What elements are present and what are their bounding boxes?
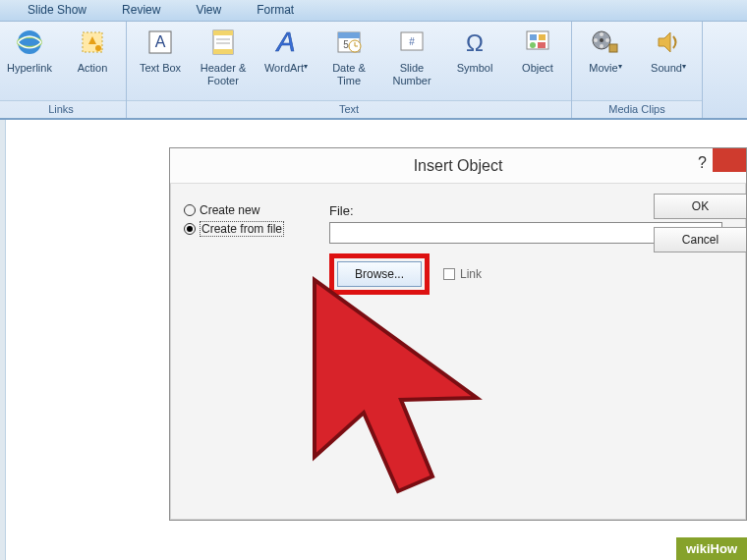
- wordart-icon: A: [269, 26, 303, 59]
- group-text: A Text Box Header & Footer A WordArt▾ 5 …: [127, 22, 572, 118]
- globe-icon: [13, 26, 46, 59]
- movie-button[interactable]: Movie▾: [578, 26, 633, 87]
- datetime-button[interactable]: 5 Date & Time: [321, 26, 376, 87]
- action-button[interactable]: Action: [65, 26, 120, 87]
- sound-button[interactable]: Sound▾: [641, 26, 696, 87]
- svg-rect-23: [539, 34, 546, 40]
- group-media: Movie▾ Sound▾ Media Clips: [572, 22, 703, 118]
- dropdown-icon: ▾: [682, 62, 686, 71]
- radio-create-from-file[interactable]: Create from file: [184, 221, 321, 237]
- slide-panel-edge: [0, 120, 6, 560]
- svg-text:A: A: [275, 27, 296, 57]
- speaker-icon: [652, 26, 685, 59]
- slidenumber-button[interactable]: # Slide Number: [384, 26, 439, 87]
- group-links-title: Links: [0, 100, 126, 118]
- group-links: Hyperlink Action Links: [0, 22, 127, 118]
- cancel-button[interactable]: Cancel: [654, 227, 746, 252]
- svg-rect-8: [213, 49, 233, 54]
- calendar-icon: 5: [332, 26, 366, 59]
- svg-text:A: A: [155, 33, 166, 50]
- svg-rect-7: [213, 30, 233, 35]
- textbox-button[interactable]: A Text Box: [133, 26, 188, 87]
- svg-text:#: #: [409, 36, 415, 47]
- film-icon: [589, 26, 622, 59]
- dialog-title: Insert Object ?: [170, 148, 746, 184]
- svg-text:5: 5: [343, 39, 349, 50]
- group-text-title: Text: [127, 100, 571, 118]
- svg-text:Ω: Ω: [466, 29, 484, 56]
- object-icon: [521, 26, 554, 59]
- svg-rect-22: [530, 34, 537, 40]
- help-button[interactable]: ?: [698, 154, 707, 172]
- wikihow-badge: wikiHow: [676, 537, 747, 560]
- textbox-icon: A: [144, 26, 177, 59]
- svg-rect-13: [338, 32, 360, 38]
- svg-point-24: [530, 42, 536, 48]
- svg-rect-32: [609, 44, 617, 52]
- ribbon: Hyperlink Action Links A Text Box Header…: [0, 22, 747, 120]
- omega-icon: Ω: [458, 26, 491, 59]
- svg-point-29: [605, 38, 609, 42]
- radio-create-new[interactable]: Create new: [184, 203, 321, 217]
- svg-point-3: [95, 45, 101, 51]
- dropdown-icon: ▾: [304, 62, 308, 71]
- svg-point-28: [600, 32, 603, 36]
- tab-view[interactable]: View: [178, 0, 239, 21]
- dropdown-icon: ▾: [618, 62, 622, 71]
- close-button[interactable]: [713, 148, 746, 172]
- hyperlink-button[interactable]: Hyperlink: [2, 26, 57, 87]
- annotation-cursor-icon: [285, 270, 521, 526]
- ok-button[interactable]: OK: [654, 194, 746, 219]
- svg-point-31: [594, 38, 598, 42]
- svg-point-27: [600, 38, 603, 42]
- header-footer-icon: [206, 26, 240, 59]
- header-footer-button[interactable]: Header & Footer: [196, 26, 251, 87]
- action-icon: [76, 26, 109, 59]
- tab-format[interactable]: Format: [239, 0, 312, 21]
- ribbon-tabs: Slide Show Review View Format: [0, 0, 747, 22]
- svg-point-30: [600, 44, 603, 48]
- symbol-button[interactable]: Ω Symbol: [447, 26, 502, 87]
- svg-rect-25: [538, 42, 546, 48]
- tab-review[interactable]: Review: [104, 0, 178, 21]
- tab-slideshow[interactable]: Slide Show: [10, 0, 104, 21]
- wordart-button[interactable]: A WordArt▾: [259, 26, 314, 87]
- object-button[interactable]: Object: [510, 26, 565, 87]
- slidenumber-icon: #: [395, 26, 429, 59]
- group-media-title: Media Clips: [572, 100, 702, 118]
- svg-point-0: [18, 30, 41, 54]
